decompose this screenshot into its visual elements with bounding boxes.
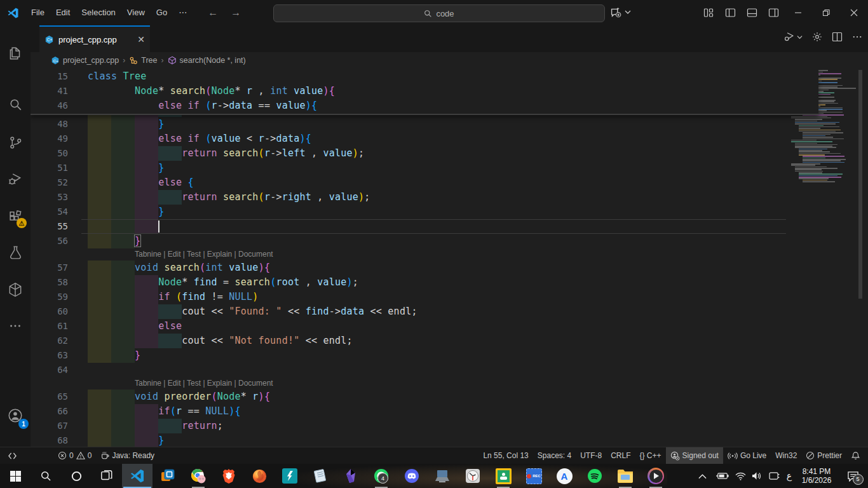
minimize-button[interactable]: [784, 0, 812, 25]
code-line[interactable]: 62 cout << "Not found!" << endl;: [31, 334, 818, 348]
menu-selection[interactable]: Selection: [76, 0, 121, 25]
extensions-icon[interactable]: ⚠: [0, 201, 31, 232]
tray-battery-icon[interactable]: [713, 464, 732, 488]
sticky-line[interactable]: 15class Tree: [31, 69, 818, 84]
tray-touch-keyboard-icon[interactable]: [765, 464, 783, 488]
breadcrumb-method[interactable]: search(Node *, int): [180, 56, 246, 65]
language-mode[interactable]: {} C++: [635, 447, 666, 464]
code-line[interactable]: 63 }: [31, 348, 818, 363]
account-icon[interactable]: 1: [0, 400, 31, 431]
explorer-icon[interactable]: [0, 38, 31, 69]
minimap[interactable]: [786, 69, 858, 447]
code-line[interactable]: 66 if(r == NULL){: [31, 404, 818, 419]
taskbar-brave[interactable]: [214, 464, 244, 488]
copilot-button[interactable]: [609, 5, 631, 19]
vertical-scrollbar[interactable]: [858, 70, 862, 299]
split-editor-icon[interactable]: [832, 32, 843, 42]
source-control-icon[interactable]: [0, 127, 31, 158]
taskbar-whatsapp[interactable]: 4: [366, 464, 397, 488]
code-area[interactable]: 48 }49 else if (value < r->data){50 retu…: [31, 69, 868, 447]
code-line[interactable]: 64: [31, 363, 818, 377]
code-line[interactable]: 65 void preorder(Node* r){: [31, 390, 818, 404]
cortana-button[interactable]: [61, 464, 92, 488]
menu-go[interactable]: Go: [151, 0, 173, 25]
testing-icon[interactable]: [0, 237, 31, 268]
encoding[interactable]: UTF-8: [576, 447, 606, 464]
run-debug-icon[interactable]: [0, 164, 31, 194]
code-line[interactable]: 61 else: [31, 319, 818, 334]
menu-more[interactable]: ⋯: [173, 0, 193, 25]
tray-clock[interactable]: 8:41 PM 1/6/2026: [796, 464, 837, 488]
menu-view[interactable]: View: [121, 0, 151, 25]
more-actions-icon[interactable]: [851, 31, 863, 43]
restore-button[interactable]: [812, 0, 840, 25]
task-view-button[interactable]: [92, 464, 122, 488]
taskbar-appstore[interactable]: A: [549, 464, 580, 488]
code-line[interactable]: 51 }: [31, 161, 818, 175]
problems-indicator[interactable]: 0 0: [53, 447, 96, 464]
taskbar-media-player[interactable]: [641, 464, 671, 488]
code-line[interactable]: 54 }: [31, 205, 818, 219]
sticky-line[interactable]: 41 Node* search(Node* r , int value){: [31, 84, 818, 98]
code-line[interactable]: 68 }: [31, 433, 818, 447]
codelens[interactable]: Tabnine | Edit | Test | Explain | Docume…: [31, 248, 818, 261]
code-line[interactable]: 55: [31, 219, 818, 234]
toggle-secondary-sidebar-icon[interactable]: [763, 0, 784, 25]
notifications-bell[interactable]: [846, 447, 868, 464]
breadcrumb-file[interactable]: project_cpp.cpp: [63, 56, 119, 65]
menu-edit[interactable]: Edit: [50, 0, 76, 25]
nav-back-icon[interactable]: ←: [201, 7, 224, 18]
close-window-button[interactable]: [840, 0, 868, 25]
code-line[interactable]: 50 return search(r->left , value);: [31, 146, 818, 161]
tray-chevron-up[interactable]: [693, 464, 712, 488]
taskbar-vscode[interactable]: [122, 464, 153, 488]
code-line[interactable]: 60 cout << "Found: " << find->data << en…: [31, 304, 818, 319]
tray-language-indicator[interactable]: ع: [782, 464, 797, 488]
code-line[interactable]: 48 }: [31, 117, 818, 132]
code-line[interactable]: 67 return;: [31, 419, 818, 433]
taskbar-vmware[interactable]: [153, 464, 183, 488]
package-hexagon-icon[interactable]: [0, 274, 31, 305]
taskbar-screen-recorder[interactable]: REC: [519, 464, 549, 488]
toggle-sidebar-icon[interactable]: [719, 0, 741, 25]
taskbar-remote-display[interactable]: [427, 464, 458, 488]
run-debug-file-button[interactable]: [783, 30, 803, 43]
more-views-icon[interactable]: [0, 311, 31, 341]
code-line[interactable]: 52 else {: [31, 175, 818, 190]
taskbar-search-button[interactable]: [31, 464, 61, 488]
code-line[interactable]: 57 void search(int value){: [31, 261, 818, 275]
platform[interactable]: Win32: [771, 447, 801, 464]
taskbar-firefox[interactable]: [244, 464, 275, 488]
taskbar-spotify[interactable]: [580, 464, 610, 488]
tabnine-signed-out[interactable]: Signed out: [666, 447, 723, 464]
eol-sequence[interactable]: CRLF: [606, 447, 635, 464]
code-line[interactable]: 58 Node* find = search(root , value);: [31, 275, 818, 290]
start-button[interactable]: [0, 464, 31, 488]
tab-close-icon[interactable]: ✕: [137, 34, 145, 44]
taskbar-obsidian[interactable]: [336, 464, 366, 488]
taskbar-classroom[interactable]: [488, 464, 519, 488]
go-live[interactable]: Go Live: [723, 447, 771, 464]
codelens[interactable]: Tabnine | Edit | Test | Explain | Docume…: [31, 377, 818, 390]
run-settings-gear-icon[interactable]: [811, 31, 823, 43]
menu-file[interactable]: File: [25, 0, 50, 25]
taskbar-discord[interactable]: [397, 464, 427, 488]
taskbar-chrome[interactable]: [183, 464, 214, 488]
taskbar-lightning-app[interactable]: [275, 464, 305, 488]
toggle-panel-icon[interactable]: [741, 0, 763, 25]
tray-notifications[interactable]: 5: [840, 464, 865, 488]
taskbar-file-explorer[interactable]: [610, 464, 641, 488]
java-status[interactable]: Java: Ready: [96, 447, 159, 464]
tab-project-cpp[interactable]: C+ project_cpp.cpp ✕: [39, 25, 150, 52]
code-line[interactable]: 53 return search(r->right , value);: [31, 190, 818, 205]
code-line[interactable]: 49 else if (value < r->data){: [31, 132, 818, 146]
search-view-icon[interactable]: [0, 89, 31, 119]
nav-forward-icon[interactable]: →: [224, 7, 247, 18]
remote-indicator[interactable]: [0, 447, 22, 464]
command-center-search[interactable]: code: [273, 4, 605, 22]
customize-layout-icon[interactable]: [698, 0, 719, 25]
indentation[interactable]: Spaces: 4: [533, 447, 576, 464]
tray-wifi-icon[interactable]: [732, 464, 749, 488]
tray-volume-icon[interactable]: [749, 464, 765, 488]
code-line[interactable]: 59 if (find != NULL): [31, 290, 818, 304]
